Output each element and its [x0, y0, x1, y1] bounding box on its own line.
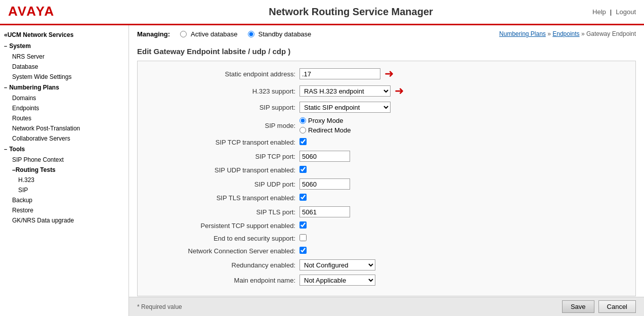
breadcrumb-endpoints[interactable]: Endpoints — [552, 30, 579, 37]
standby-db-label: Standby database — [259, 30, 312, 38]
logout-link[interactable]: Logout — [616, 8, 636, 16]
sip-support-control: Static SIP endpoint Dynamic SIP endpoint… — [299, 102, 391, 113]
redirect-mode-radio[interactable] — [299, 127, 306, 133]
managing-section: Managing: Active database Standby databa… — [137, 30, 311, 38]
standby-db-option[interactable]: Standby database — [248, 30, 312, 38]
sidebar-item-system-wide[interactable]: System Wide Settings — [0, 72, 128, 82]
sip-tcp-port-input[interactable] — [299, 151, 350, 162]
sidebar-item-sip[interactable]: SIP — [0, 185, 128, 195]
breadcrumb-sep1: » — [547, 30, 552, 37]
arrow-2: ➜ — [395, 84, 404, 98]
sip-tls-port-row: SIP TLS port: — [148, 206, 625, 217]
sip-tls-label: SIP TLS transport enabled: — [148, 194, 299, 202]
save-button[interactable]: Save — [562, 300, 594, 313]
end-to-end-row: End to end security support: — [148, 234, 625, 243]
sip-support-label: SIP support: — [148, 104, 299, 111]
sip-tls-checkbox[interactable] — [299, 194, 307, 201]
proxy-mode-option[interactable]: Proxy Mode — [299, 117, 351, 124]
active-db-option[interactable]: Active database — [180, 30, 238, 38]
network-conn-checkbox[interactable] — [299, 247, 307, 254]
cancel-button[interactable]: Cancel — [598, 300, 636, 313]
sip-tls-row: SIP TLS transport enabled: — [148, 194, 625, 202]
breadcrumb-current: Gateway Endpoint — [586, 30, 636, 37]
sidebar-item-domains[interactable]: Domains — [0, 93, 128, 103]
sip-tcp-row: SIP TCP transport enabled: — [148, 138, 625, 147]
main-layout: «UCM Network Services –System NRS Server… — [0, 25, 644, 316]
static-endpoint-input[interactable] — [299, 68, 380, 79]
sidebar-item-endpoints[interactable]: Endpoints — [0, 103, 128, 113]
sidebar-item-nrs-server[interactable]: NRS Server — [0, 52, 128, 62]
network-conn-row: Network Connection Server enabled: — [148, 247, 625, 255]
ucm-header[interactable]: «UCM Network Services — [0, 29, 128, 40]
redundancy-select[interactable]: Not Configured Configured — [299, 259, 375, 270]
managing-label: Managing: — [137, 30, 170, 38]
sidebar-item-network-post[interactable]: Network Post-Translation — [0, 123, 128, 133]
h323-support-select[interactable]: RAS H.323 endpoint H.323 endpoint None — [299, 85, 391, 97]
sidebar-item-restore[interactable]: Restore — [0, 205, 128, 215]
breadcrumb: Numbering Plans » Endpoints » Gateway En… — [499, 30, 636, 37]
sip-tcp-label: SIP TCP transport enabled: — [148, 139, 299, 146]
h323-support-row: H.323 support: RAS H.323 endpoint H.323 … — [148, 84, 625, 98]
sidebar-item-routes[interactable]: Routes — [0, 113, 128, 123]
content: Managing: Active database Standby databa… — [129, 25, 644, 297]
arrow-1: ➜ — [384, 67, 394, 80]
sidebar-item-collaborative[interactable]: Collaborative Servers — [0, 133, 128, 144]
sip-tls-port-control — [299, 206, 350, 217]
end-to-end-label: End to end security support: — [148, 235, 299, 242]
persistent-tcp-label: Persistent TCP support enabled: — [148, 222, 299, 230]
sip-tls-control — [299, 194, 307, 202]
app-title: Network Routing Service Manager — [109, 6, 592, 18]
active-db-label: Active database — [191, 30, 238, 38]
sidebar-item-sip-phone[interactable]: SIP Phone Context — [0, 155, 128, 165]
action-buttons: Save Cancel — [562, 300, 636, 313]
main-endpoint-control: Not Applicable — [299, 275, 375, 286]
sip-udp-checkbox[interactable] — [299, 166, 307, 173]
system-header[interactable]: –System — [0, 40, 128, 52]
sip-udp-port-input[interactable] — [299, 178, 350, 190]
header-separator: | — [610, 8, 612, 16]
standby-db-radio[interactable] — [248, 31, 254, 37]
sip-tcp-port-control — [299, 151, 350, 162]
sip-support-row: SIP support: Static SIP endpoint Dynamic… — [148, 102, 625, 113]
svg-text:AVAYA: AVAYA — [8, 4, 55, 19]
header: AVAYA Network Routing Service Manager He… — [0, 0, 644, 25]
sidebar: «UCM Network Services –System NRS Server… — [0, 25, 129, 316]
sidebar-item-h323[interactable]: H.323 — [0, 175, 128, 185]
persistent-tcp-checkbox[interactable] — [299, 221, 307, 229]
sidebar-item-routing-tests[interactable]: –Routing Tests — [0, 165, 128, 175]
proxy-mode-label: Proxy Mode — [308, 117, 343, 124]
main-endpoint-label: Main endpoint name: — [148, 277, 299, 284]
sip-udp-port-label: SIP UDP port: — [148, 180, 299, 188]
sidebar-item-gknrs[interactable]: GK/NRS Data upgrade — [0, 215, 128, 225]
help-link[interactable]: Help — [592, 8, 606, 16]
redundancy-label: Redundancy enabled: — [148, 261, 299, 269]
breadcrumb-numbering[interactable]: Numbering Plans — [499, 30, 546, 37]
persistent-tcp-control — [299, 221, 307, 230]
redirect-mode-option[interactable]: Redirect Mode — [299, 126, 351, 134]
end-to-end-control — [299, 234, 307, 243]
redundancy-control: Not Configured Configured — [299, 259, 375, 270]
sip-tcp-checkbox[interactable] — [299, 138, 307, 145]
numbering-plans-header[interactable]: –Numbering Plans — [0, 82, 128, 93]
tools-header[interactable]: –Tools — [0, 144, 128, 155]
sip-tls-port-input[interactable] — [299, 206, 350, 217]
sip-tls-port-label: SIP TLS port: — [148, 208, 299, 216]
sip-mode-label: SIP mode: — [148, 122, 299, 129]
sip-tcp-control — [299, 138, 307, 147]
end-to-end-checkbox[interactable] — [299, 234, 307, 241]
proxy-mode-radio[interactable] — [299, 117, 306, 124]
avaya-logo: AVAYA — [8, 2, 59, 23]
form-container: Static endpoint address: ➜ H.323 support… — [137, 61, 636, 296]
static-endpoint-label: Static endpoint address: — [148, 70, 299, 78]
top-row: Managing: Active database Standby databa… — [137, 30, 636, 43]
main-endpoint-select[interactable]: Not Applicable — [299, 275, 375, 286]
sidebar-item-database[interactable]: Database — [0, 62, 128, 72]
network-conn-control — [299, 247, 307, 255]
sidebar-item-backup[interactable]: Backup — [0, 195, 128, 205]
active-db-radio[interactable] — [180, 31, 187, 37]
required-note: * Required value — [137, 303, 182, 310]
breadcrumb-sep2: » — [581, 30, 586, 37]
sip-support-select[interactable]: Static SIP endpoint Dynamic SIP endpoint… — [299, 102, 391, 113]
sip-udp-control — [299, 166, 307, 174]
redirect-mode-label: Redirect Mode — [308, 126, 351, 134]
